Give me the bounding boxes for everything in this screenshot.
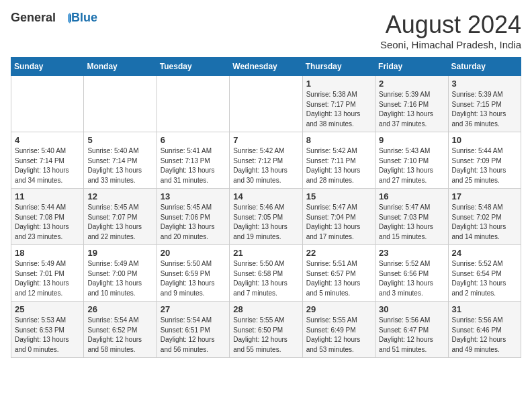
calendar-cell: 13Sunrise: 5:45 AMSunset: 7:06 PMDayligh… (157, 189, 229, 245)
page-header: General Blue August 2024 Seoni, Himachal… (11, 11, 521, 50)
day-number: 19 (87, 248, 152, 258)
day-info: Sunrise: 5:49 AMSunset: 7:00 PMDaylight:… (87, 259, 152, 298)
calendar-cell: 21Sunrise: 5:50 AMSunset: 6:58 PMDayligh… (230, 245, 302, 302)
calendar-cell: 25Sunrise: 5:53 AMSunset: 6:53 PMDayligh… (11, 302, 84, 358)
day-info: Sunrise: 5:39 AMSunset: 7:15 PMDaylight:… (452, 90, 517, 129)
weekday-header-saturday: Saturday (448, 58, 521, 76)
calendar-cell: 26Sunrise: 5:54 AMSunset: 6:52 PMDayligh… (84, 302, 157, 358)
day-number: 28 (233, 304, 298, 314)
day-info: Sunrise: 5:40 AMSunset: 7:14 PMDaylight:… (87, 146, 152, 185)
calendar-cell: 14Sunrise: 5:46 AMSunset: 7:05 PMDayligh… (230, 189, 302, 245)
weekday-header-wednesday: Wednesday (230, 58, 302, 76)
calendar-cell: 17Sunrise: 5:48 AMSunset: 7:02 PMDayligh… (448, 189, 521, 245)
day-info: Sunrise: 5:52 AMSunset: 6:54 PMDaylight:… (452, 259, 517, 298)
day-info: Sunrise: 5:45 AMSunset: 7:06 PMDaylight:… (161, 203, 226, 242)
day-number: 24 (452, 248, 517, 258)
calendar-cell: 16Sunrise: 5:47 AMSunset: 7:03 PMDayligh… (375, 189, 448, 245)
day-info: Sunrise: 5:55 AMSunset: 6:49 PMDaylight:… (306, 316, 371, 355)
day-info: Sunrise: 5:41 AMSunset: 7:13 PMDaylight:… (161, 146, 226, 185)
week-row-2: 4Sunrise: 5:40 AMSunset: 7:14 PMDaylight… (11, 132, 521, 189)
weekday-header-friday: Friday (375, 58, 448, 76)
day-info: Sunrise: 5:44 AMSunset: 7:08 PMDaylight:… (15, 203, 80, 242)
day-info: Sunrise: 5:45 AMSunset: 7:07 PMDaylight:… (87, 203, 152, 242)
calendar-cell (84, 76, 157, 132)
weekday-header-monday: Monday (84, 58, 157, 76)
day-info: Sunrise: 5:47 AMSunset: 7:04 PMDaylight:… (306, 203, 371, 242)
day-number: 12 (87, 191, 152, 201)
month-title: August 2024 (380, 11, 521, 39)
day-number: 21 (233, 248, 298, 258)
day-info: Sunrise: 5:51 AMSunset: 6:57 PMDaylight:… (306, 259, 371, 298)
day-info: Sunrise: 5:44 AMSunset: 7:09 PMDaylight:… (452, 146, 517, 185)
day-info: Sunrise: 5:39 AMSunset: 7:16 PMDaylight:… (379, 90, 444, 129)
calendar-cell: 22Sunrise: 5:51 AMSunset: 6:57 PMDayligh… (302, 245, 375, 302)
calendar-cell: 11Sunrise: 5:44 AMSunset: 7:08 PMDayligh… (11, 189, 84, 245)
calendar-cell: 12Sunrise: 5:45 AMSunset: 7:07 PMDayligh… (84, 189, 157, 245)
calendar-cell: 18Sunrise: 5:49 AMSunset: 7:01 PMDayligh… (11, 245, 84, 302)
day-number: 26 (87, 304, 152, 314)
calendar-cell: 19Sunrise: 5:49 AMSunset: 7:00 PMDayligh… (84, 245, 157, 302)
weekday-header-sunday: Sunday (11, 58, 84, 76)
calendar-cell: 20Sunrise: 5:50 AMSunset: 6:59 PMDayligh… (157, 245, 229, 302)
calendar-cell: 23Sunrise: 5:52 AMSunset: 6:56 PMDayligh… (375, 245, 448, 302)
day-info: Sunrise: 5:38 AMSunset: 7:17 PMDaylight:… (306, 90, 371, 129)
day-info: Sunrise: 5:55 AMSunset: 6:50 PMDaylight:… (233, 316, 298, 355)
title-area: August 2024 Seoni, Himachal Pradesh, Ind… (380, 11, 521, 50)
day-info: Sunrise: 5:42 AMSunset: 7:11 PMDaylight:… (306, 146, 371, 185)
calendar-cell: 10Sunrise: 5:44 AMSunset: 7:09 PMDayligh… (448, 132, 521, 189)
day-info: Sunrise: 5:48 AMSunset: 7:02 PMDaylight:… (452, 203, 517, 242)
day-number: 1 (306, 79, 371, 89)
day-number: 4 (15, 135, 80, 145)
calendar-cell: 15Sunrise: 5:47 AMSunset: 7:04 PMDayligh… (302, 189, 375, 245)
day-info: Sunrise: 5:43 AMSunset: 7:10 PMDaylight:… (379, 146, 444, 185)
day-info: Sunrise: 5:56 AMSunset: 6:47 PMDaylight:… (379, 316, 444, 355)
day-info: Sunrise: 5:54 AMSunset: 6:51 PMDaylight:… (161, 316, 226, 355)
calendar-cell: 27Sunrise: 5:54 AMSunset: 6:51 PMDayligh… (157, 302, 229, 358)
day-number: 25 (15, 304, 80, 314)
logo: General Blue (11, 11, 97, 25)
weekday-header-tuesday: Tuesday (157, 58, 229, 76)
calendar-cell: 8Sunrise: 5:42 AMSunset: 7:11 PMDaylight… (302, 132, 375, 189)
calendar-table: SundayMondayTuesdayWednesdayThursdayFrid… (11, 57, 521, 358)
week-row-4: 18Sunrise: 5:49 AMSunset: 7:01 PMDayligh… (11, 245, 521, 302)
day-number: 22 (306, 248, 371, 258)
day-number: 14 (233, 191, 298, 201)
day-number: 9 (379, 135, 444, 145)
day-info: Sunrise: 5:40 AMSunset: 7:14 PMDaylight:… (15, 146, 80, 185)
day-number: 11 (15, 191, 80, 201)
calendar-cell: 7Sunrise: 5:42 AMSunset: 7:12 PMDaylight… (230, 132, 302, 189)
header-row: SundayMondayTuesdayWednesdayThursdayFrid… (11, 58, 521, 76)
calendar-cell: 31Sunrise: 5:56 AMSunset: 6:46 PMDayligh… (448, 302, 521, 358)
day-number: 16 (379, 191, 444, 201)
week-row-5: 25Sunrise: 5:53 AMSunset: 6:53 PMDayligh… (11, 302, 521, 358)
day-number: 7 (233, 135, 298, 145)
day-number: 27 (161, 304, 226, 314)
day-number: 15 (306, 191, 371, 201)
week-row-1: 1Sunrise: 5:38 AMSunset: 7:17 PMDaylight… (11, 76, 521, 132)
day-number: 13 (161, 191, 226, 201)
calendar-cell: 2Sunrise: 5:39 AMSunset: 7:16 PMDaylight… (375, 76, 448, 132)
day-number: 18 (15, 248, 80, 258)
day-info: Sunrise: 5:50 AMSunset: 6:59 PMDaylight:… (161, 259, 226, 298)
day-info: Sunrise: 5:46 AMSunset: 7:05 PMDaylight:… (233, 203, 298, 242)
week-row-3: 11Sunrise: 5:44 AMSunset: 7:08 PMDayligh… (11, 189, 521, 245)
day-number: 29 (306, 304, 371, 314)
day-info: Sunrise: 5:42 AMSunset: 7:12 PMDaylight:… (233, 146, 298, 185)
weekday-header-thursday: Thursday (302, 58, 375, 76)
calendar-cell: 6Sunrise: 5:41 AMSunset: 7:13 PMDaylight… (157, 132, 229, 189)
day-number: 23 (379, 248, 444, 258)
day-number: 31 (452, 304, 517, 314)
calendar-cell: 4Sunrise: 5:40 AMSunset: 7:14 PMDaylight… (11, 132, 84, 189)
logo-icon (58, 11, 71, 25)
calendar-cell (157, 76, 229, 132)
day-info: Sunrise: 5:53 AMSunset: 6:53 PMDaylight:… (15, 316, 80, 355)
calendar-cell (230, 76, 302, 132)
day-number: 17 (452, 191, 517, 201)
day-number: 20 (161, 248, 226, 258)
calendar-cell: 5Sunrise: 5:40 AMSunset: 7:14 PMDaylight… (84, 132, 157, 189)
day-number: 2 (379, 79, 444, 89)
calendar-cell: 30Sunrise: 5:56 AMSunset: 6:47 PMDayligh… (375, 302, 448, 358)
calendar-cell: 3Sunrise: 5:39 AMSunset: 7:15 PMDaylight… (448, 76, 521, 132)
day-number: 6 (161, 135, 226, 145)
day-number: 5 (87, 135, 152, 145)
